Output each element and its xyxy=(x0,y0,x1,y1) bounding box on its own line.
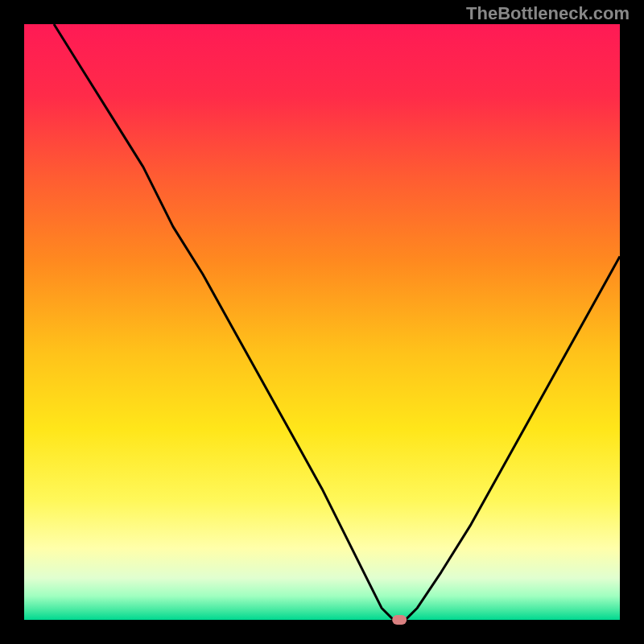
svg-rect-2 xyxy=(0,0,24,644)
watermark-text: TheBottleneck.com xyxy=(466,3,630,24)
svg-rect-3 xyxy=(620,0,644,644)
svg-rect-4 xyxy=(24,24,620,620)
optimal-marker xyxy=(392,615,407,625)
svg-rect-1 xyxy=(0,620,644,644)
bottleneck-chart xyxy=(0,0,644,644)
chart-container: TheBottleneck.com xyxy=(0,0,644,644)
